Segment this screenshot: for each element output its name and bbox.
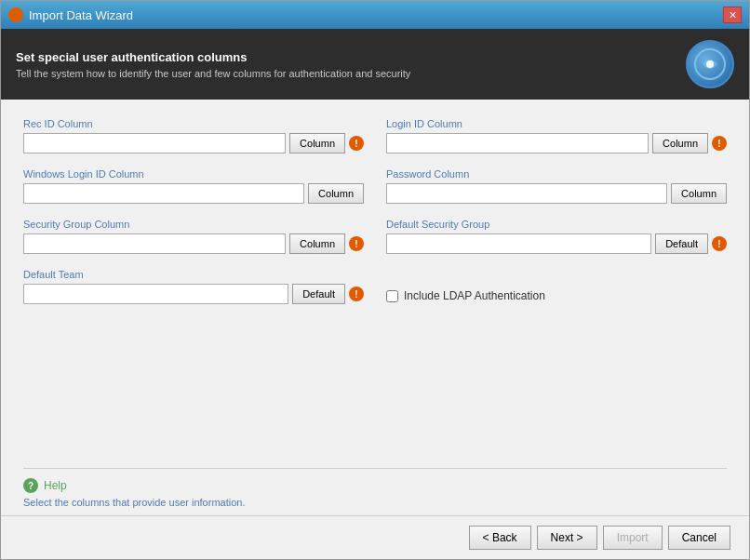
title-bar-left: Import Data Wizard — [8, 7, 133, 22]
default-security-group-info-icon[interactable]: ! — [712, 236, 727, 251]
security-group-column-input[interactable] — [23, 233, 286, 254]
help-label: Help — [44, 479, 67, 492]
window-title: Import Data Wizard — [29, 8, 133, 22]
default-team-row: Default ! — [23, 284, 364, 304]
ldap-checkbox[interactable] — [386, 290, 398, 302]
security-group-column-button[interactable]: Column — [289, 233, 345, 254]
login-id-column-row: Column ! — [386, 133, 727, 153]
default-security-group-row: Default ! — [386, 233, 727, 254]
header-title: Set special user authentication columns — [16, 50, 410, 64]
main-content: Rec ID Column Column ! Login ID Column C… — [1, 100, 749, 468]
windows-login-id-column-label: Windows Login ID Column — [23, 168, 364, 180]
help-icon: ? — [23, 478, 38, 493]
default-team-label: Default Team — [23, 269, 364, 280]
windows-login-id-column-input[interactable] — [23, 183, 304, 204]
default-security-group-group: Default Security Group Default ! — [386, 219, 727, 254]
header-logo — [686, 40, 734, 88]
login-id-column-group: Login ID Column Column ! — [386, 118, 727, 153]
windows-login-id-column-group: Windows Login ID Column Column — [23, 168, 364, 204]
login-id-column-input[interactable] — [386, 133, 649, 153]
rec-id-column-input[interactable] — [23, 133, 286, 153]
default-security-group-label: Default Security Group — [386, 219, 727, 230]
login-id-column-button[interactable]: Column — [652, 133, 708, 153]
ldap-checkbox-label: Include LDAP Authentication — [404, 289, 545, 302]
app-icon — [8, 7, 23, 22]
import-button[interactable]: Import — [603, 526, 663, 550]
default-team-button[interactable]: Default — [292, 284, 345, 304]
password-column-label: Password Column — [386, 168, 727, 180]
title-bar-controls: ✕ — [723, 7, 742, 23]
logo-icon — [693, 47, 727, 81]
security-group-column-label: Security Group Column — [23, 219, 364, 230]
form-grid: Rec ID Column Column ! Login ID Column C… — [23, 118, 727, 319]
rec-id-column-label: Rec ID Column — [23, 118, 364, 129]
help-section: ? Help Select the columns that provide u… — [1, 469, 749, 515]
default-security-group-input[interactable] — [386, 233, 651, 254]
rec-id-column-info-icon[interactable]: ! — [349, 136, 364, 151]
default-team-info-icon[interactable]: ! — [349, 287, 364, 301]
default-security-group-button[interactable]: Default — [655, 233, 708, 254]
default-team-group: Default Team Default ! — [23, 269, 364, 304]
password-column-row: Column — [386, 183, 727, 204]
cancel-button[interactable]: Cancel — [668, 526, 730, 550]
windows-login-id-column-row: Column — [23, 183, 364, 204]
help-text: Select the columns that provide user inf… — [23, 497, 727, 508]
import-wizard-window: Import Data Wizard ✕ Set special user au… — [0, 0, 750, 560]
ldap-checkbox-group: Include LDAP Authentication — [386, 269, 727, 304]
rec-id-column-group: Rec ID Column Column ! — [23, 118, 364, 153]
header-subtitle: Tell the system how to identify the user… — [16, 68, 410, 79]
login-id-column-info-icon[interactable]: ! — [712, 136, 727, 151]
title-bar: Import Data Wizard ✕ — [1, 1, 749, 29]
close-button[interactable]: ✕ — [723, 7, 742, 23]
security-group-column-group: Security Group Column Column ! — [23, 219, 364, 254]
svg-point-1 — [706, 60, 714, 68]
rec-id-column-row: Column ! — [23, 133, 364, 153]
security-group-column-row: Column ! — [23, 233, 364, 254]
ldap-checkbox-row: Include LDAP Authentication — [386, 289, 727, 302]
rec-id-column-button[interactable]: Column — [289, 133, 345, 153]
password-column-group: Password Column Column — [386, 168, 727, 204]
footer: < Back Next > Import Cancel — [1, 515, 749, 559]
back-button[interactable]: < Back — [469, 526, 531, 550]
next-button[interactable]: Next > — [537, 526, 597, 550]
login-id-column-label: Login ID Column — [386, 118, 727, 129]
default-team-input[interactable] — [23, 284, 288, 304]
password-column-input[interactable] — [386, 183, 667, 204]
security-group-column-info-icon[interactable]: ! — [349, 236, 364, 251]
header-text: Set special user authentication columns … — [16, 50, 410, 79]
help-row: ? Help — [23, 478, 727, 493]
windows-login-id-column-button[interactable]: Column — [308, 183, 364, 204]
header-section: Set special user authentication columns … — [1, 29, 749, 100]
password-column-button[interactable]: Column — [671, 183, 727, 204]
